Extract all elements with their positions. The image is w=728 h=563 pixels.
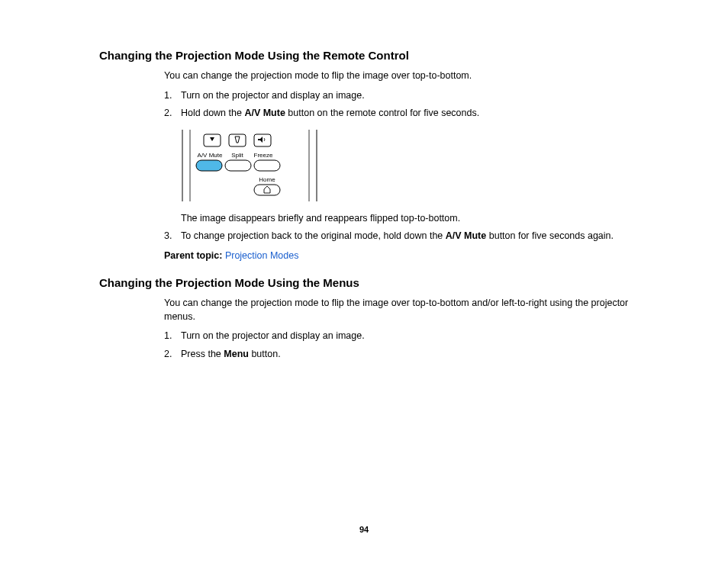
home-label: Home — [259, 176, 275, 183]
remote-control-figure: A/V Mute Split Freeze Home — [181, 130, 629, 201]
section1-after-figure: The image disappears briefly and reappea… — [181, 212, 629, 226]
split-label: Split — [231, 152, 243, 159]
section1-step1: 1. Turn on the projector and display an … — [164, 89, 629, 103]
page-number: 94 — [0, 525, 728, 534]
parent-topic: Parent topic: Projection Modes — [164, 249, 629, 263]
freeze-label: Freeze — [254, 152, 273, 159]
step-text: Turn on the projector and display an ima… — [181, 89, 629, 103]
remote-control-svg: A/V Mute Split Freeze Home — [181, 130, 318, 201]
step-text: Turn on the projector and display an ima… — [181, 330, 629, 343]
freeze-button-icon — [254, 160, 280, 171]
section1-intro: You can change the projection mode to fl… — [164, 69, 629, 83]
step-number: 2. — [164, 107, 181, 121]
step-number: 1. — [164, 89, 181, 103]
section1-step2: 2. Hold down the A/V Mute button on the … — [164, 107, 629, 121]
svg-rect-3 — [229, 134, 246, 146]
split-button-icon — [225, 160, 251, 171]
step-number: 1. — [164, 330, 181, 343]
step-text: Hold down the A/V Mute button on the rem… — [181, 107, 629, 121]
section1-step3: 3. To change projection back to the orig… — [164, 230, 629, 243]
step-number: 2. — [164, 348, 181, 362]
section1-heading: Changing the Projection Mode Using the R… — [99, 49, 629, 62]
section2-step2: 2. Press the Menu button. — [164, 348, 629, 362]
section2-intro: You can change the projection mode to fl… — [164, 297, 629, 323]
section2-step1: 1. Turn on the projector and display an … — [164, 330, 629, 343]
avmute-label: A/V Mute — [198, 152, 223, 159]
section2-heading: Changing the Projection Mode Using the M… — [99, 276, 629, 289]
step-text: Press the Menu button. — [181, 348, 629, 362]
avmute-button-icon — [196, 160, 222, 171]
step-text: To change projection back to the origina… — [181, 230, 629, 243]
parent-topic-link[interactable]: Projection Modes — [225, 250, 299, 261]
step-number: 3. — [164, 230, 181, 243]
